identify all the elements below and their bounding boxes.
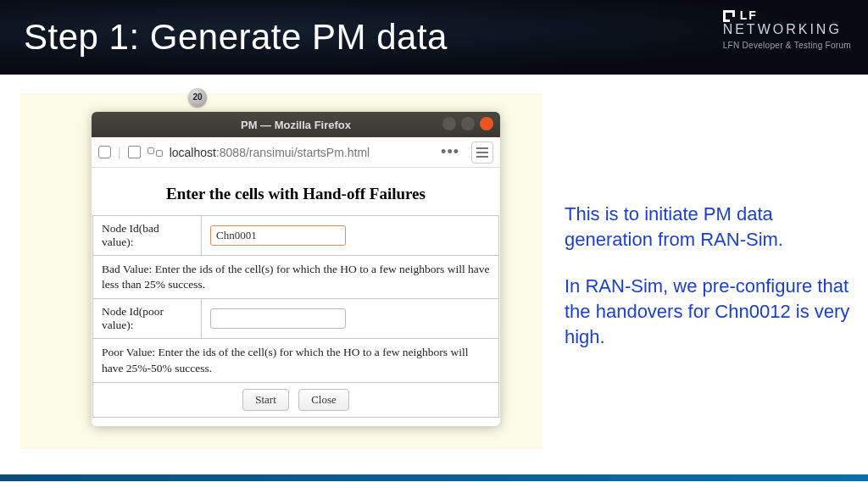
url-text[interactable]: localhost:8088/ransimui/startsPm.html (170, 146, 370, 159)
poor-value-desc: Poor Value: Enter the ids of the cell(s)… (93, 339, 499, 382)
circle-badge: 20 (188, 88, 207, 107)
close-icon[interactable] (480, 117, 493, 130)
slide-body: 20 PM — Mozilla Firefox | localhost:808 (0, 75, 868, 481)
lf-subtitle: LFN Developer & Testing Forum (723, 41, 851, 50)
minimize-icon[interactable] (442, 117, 456, 130)
table-row: Node Id(bad value): (93, 216, 499, 256)
screenshot-panel: 20 PM — Mozilla Firefox | localhost:808 (20, 93, 542, 449)
reader-icon[interactable] (147, 146, 163, 158)
note-paragraph-2: In RAN-Sim, we pre-configure that the ha… (565, 274, 851, 349)
shield-icon[interactable] (98, 146, 111, 158)
table-row: Start Close (93, 382, 499, 417)
slide-header: Step 1: Generate PM data LF NETWORKING L… (0, 0, 868, 75)
lf-logo-block: LF NETWORKING LFN Developer & Testing Fo… (723, 8, 851, 50)
lf-logo-mark (723, 10, 735, 22)
lf-networking-text: NETWORKING (723, 22, 851, 37)
close-button[interactable]: Close (298, 389, 349, 411)
poor-value-label: Node Id(poor value): (93, 299, 202, 339)
form-heading: Enter the cells with Hand-off Failures (92, 180, 500, 215)
maximize-icon[interactable] (461, 117, 475, 130)
start-button[interactable]: Start (242, 389, 289, 411)
hamburger-icon[interactable] (471, 141, 493, 164)
window-titlebar: PM — Mozilla Firefox (92, 112, 500, 137)
table-row: Poor Value: Enter the ids of the cell(s)… (93, 339, 499, 382)
handoff-form-table: Node Id(bad value): Bad Value: Enter the… (92, 215, 499, 418)
bad-value-label: Node Id(bad value): (93, 216, 202, 256)
table-row: Bad Value: Enter the ids of the cell(s) … (93, 256, 499, 299)
slide-title: Step 1: Generate PM data (24, 17, 448, 58)
poor-value-input[interactable] (210, 308, 346, 329)
window-title-text: PM — Mozilla Firefox (241, 119, 351, 131)
more-icon[interactable]: ••• (441, 143, 459, 161)
bad-value-input[interactable] (210, 225, 346, 246)
slide-notes: This is to initiate PM data generation f… (565, 202, 851, 371)
firefox-window: PM — Mozilla Firefox | localhost:8088/ra… (92, 112, 500, 426)
page-icon (128, 146, 141, 158)
bad-value-desc: Bad Value: Enter the ids of the cell(s) … (93, 256, 499, 299)
footer-accent (0, 474, 868, 481)
note-paragraph-1: This is to initiate PM data generation f… (565, 202, 851, 252)
url-bar: | localhost:8088/ransimui/startsPm.html … (92, 137, 500, 168)
table-row: Node Id(poor value): (93, 299, 499, 339)
lf-logo-text: LF (740, 8, 758, 22)
